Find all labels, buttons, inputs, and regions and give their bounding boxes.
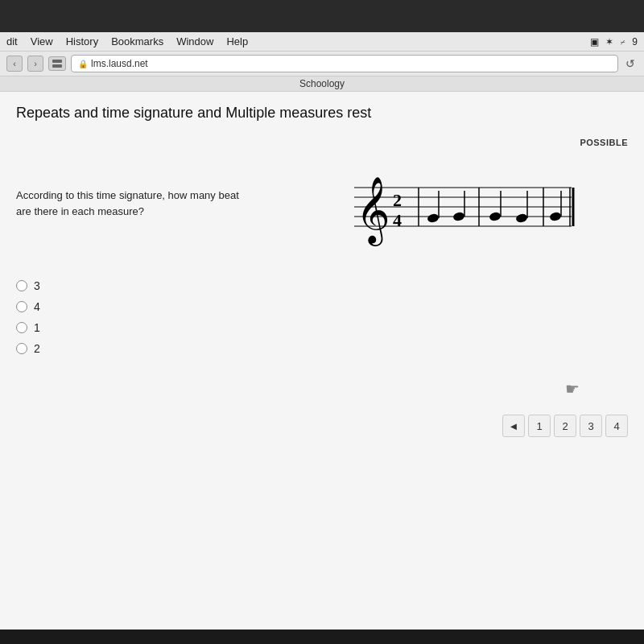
address-field[interactable]: 🔒 lms.lausd.net bbox=[71, 55, 618, 72]
svg-point-11 bbox=[427, 213, 440, 223]
hand-cursor-icon: ☛ bbox=[565, 380, 580, 398]
svg-rect-0 bbox=[52, 60, 62, 63]
tab-overview-button[interactable] bbox=[48, 56, 66, 71]
screen-icon: ▣ bbox=[590, 36, 599, 47]
answer-option-1[interactable]: 1 bbox=[16, 321, 628, 334]
prev-page-button[interactable]: ◄ bbox=[502, 415, 525, 437]
menu-bar: dit View History Bookmarks Window Help ▣… bbox=[0, 32, 644, 52]
svg-text:𝄞: 𝄞 bbox=[356, 177, 390, 246]
page-title: Repeats and time signature and Multiple … bbox=[16, 105, 628, 122]
music-notation: 𝄞 2 4 bbox=[258, 155, 628, 260]
radio-2[interactable] bbox=[16, 343, 27, 354]
system-bar bbox=[0, 0, 644, 32]
menu-help[interactable]: Help bbox=[226, 35, 248, 47]
wifi-icon: ⌿ bbox=[620, 36, 625, 47]
question-area: According to this time signature, how ma… bbox=[16, 155, 628, 260]
page-button-3[interactable]: 3 bbox=[580, 415, 602, 437]
svg-point-13 bbox=[452, 211, 465, 221]
menu-view[interactable]: View bbox=[31, 35, 53, 47]
answer-option-2[interactable]: 2 bbox=[16, 342, 628, 355]
possible-label: POSSIBLE bbox=[16, 138, 628, 147]
url-text: lms.lausd.net bbox=[91, 58, 148, 69]
battery-time: 9 bbox=[632, 36, 638, 47]
browser-content: Repeats and time signature and Multiple … bbox=[0, 92, 644, 630]
answer-option-4[interactable]: 4 bbox=[16, 300, 628, 313]
address-bar-row: ‹ › 🔒 lms.lausd.net ↺ bbox=[0, 52, 644, 76]
tab-bar: Schoology bbox=[0, 76, 644, 92]
system-status-icons: ▣ ✶ ⌿ 9 bbox=[590, 36, 638, 47]
lock-icon: 🔒 bbox=[78, 60, 88, 68]
answer-choices: 3 4 1 2 bbox=[16, 279, 628, 355]
page-button-2[interactable]: 2 bbox=[554, 415, 576, 437]
forward-button[interactable]: › bbox=[27, 56, 43, 72]
svg-text:4: 4 bbox=[393, 210, 402, 230]
refresh-button[interactable]: ↺ bbox=[623, 56, 638, 71]
back-button[interactable]: ‹ bbox=[6, 56, 23, 72]
answer-label-2: 2 bbox=[34, 342, 40, 355]
bluetooth-icon: ✶ bbox=[605, 36, 613, 47]
browser-chrome: dit View History Bookmarks Window Help ▣… bbox=[0, 32, 644, 92]
menu-window[interactable]: Window bbox=[176, 35, 213, 47]
menu-history[interactable]: History bbox=[66, 35, 98, 47]
pagination-area: ◄ 1 2 3 4 bbox=[16, 415, 628, 437]
menu-edit[interactable]: dit bbox=[6, 35, 18, 47]
answer-label-4: 4 bbox=[34, 300, 40, 313]
svg-point-21 bbox=[549, 211, 562, 221]
content-wrapper: Repeats and time signature and Multiple … bbox=[16, 105, 628, 437]
radio-4[interactable] bbox=[16, 301, 27, 312]
page-button-4[interactable]: 4 bbox=[605, 415, 628, 437]
svg-point-16 bbox=[489, 211, 502, 221]
radio-3[interactable] bbox=[16, 280, 27, 291]
question-text: According to this time signature, how ma… bbox=[16, 155, 242, 219]
answer-option-3[interactable]: 3 bbox=[16, 279, 628, 292]
menu-bookmarks[interactable]: Bookmarks bbox=[111, 35, 163, 47]
page-button-1[interactable]: 1 bbox=[528, 415, 551, 437]
active-tab-label[interactable]: Schoology bbox=[299, 78, 345, 89]
svg-rect-1 bbox=[52, 64, 62, 68]
svg-point-18 bbox=[515, 213, 528, 223]
svg-text:2: 2 bbox=[393, 190, 402, 210]
answer-label-3: 3 bbox=[34, 279, 40, 292]
answer-label-1: 1 bbox=[34, 321, 40, 334]
radio-1[interactable] bbox=[16, 322, 27, 333]
